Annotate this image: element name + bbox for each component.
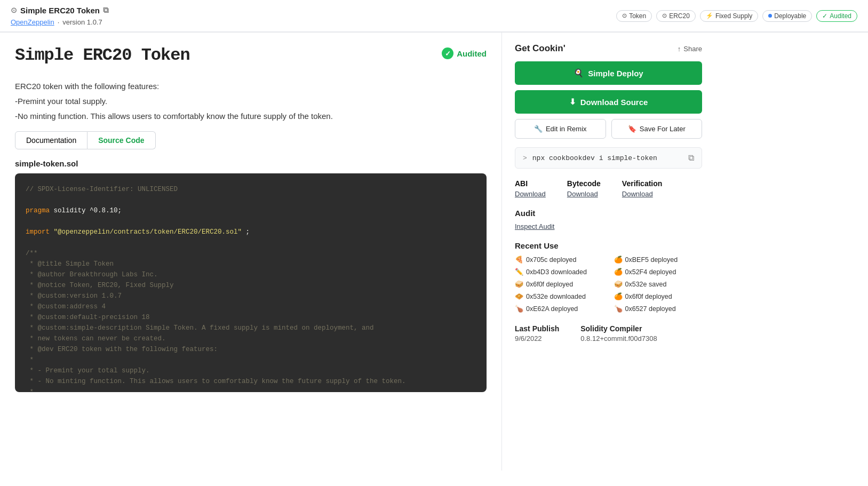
share-icon: ↑	[678, 45, 681, 53]
copy-title-icon[interactable]: ⧉	[103, 5, 109, 15]
main-layout: Simple ERC20 Token ✓ Audited ERC20 token…	[0, 33, 868, 471]
code-import-path: "@openzeppelin/contracts/token/ERC20/ERC…	[54, 228, 242, 236]
abi-col: ABI Download	[515, 179, 546, 198]
recent-use-text: 0x532e downloaded	[526, 293, 586, 300]
recent-use-emoji-icon: 🥪	[515, 280, 523, 288]
nav-tag-deployable[interactable]: Deployable	[762, 10, 812, 22]
tab-documentation[interactable]: Documentation	[15, 131, 87, 149]
recent-use-text: 0x6527 deployed	[625, 305, 676, 313]
audited-check-icon: ✓	[822, 12, 827, 20]
deploy-icon: 🍳	[574, 68, 584, 78]
code-precision: * @custom:default-precision 18	[26, 314, 150, 321]
recent-use-text: 0x6f0f deployed	[625, 293, 672, 300]
code-notice: * @notice Token, ERC20, Fixed Supply	[26, 282, 174, 289]
recent-use-text: 0xE62A deployed	[526, 305, 578, 313]
verification-download-link[interactable]: Download	[622, 190, 662, 198]
remix-icon: 🔧	[534, 125, 543, 133]
audit-section-title: Audit	[515, 209, 702, 218]
code-jsdoc-start: /**	[26, 250, 38, 257]
install-box: > npx cookbookdev i simple-token ⧉	[515, 147, 702, 169]
page-main-title: Simple ERC20 Token	[15, 45, 190, 65]
recent-use-item: 🥪0x532e saved	[614, 279, 703, 289]
last-publish-title: Last Publish	[515, 324, 559, 333]
code-dev: * @dev ERC20 token with the following fe…	[26, 346, 218, 353]
solidity-compiler-value: 0.8.12+commit.f00d7308	[580, 334, 657, 342]
recent-use-text: 0x52F4 deployed	[625, 268, 676, 276]
recent-use-item: 🍗0xE62A deployed	[515, 304, 603, 314]
top-nav: ⊙ Simple ERC20 Token ⧉ OpenZeppelin · ve…	[0, 0, 868, 32]
bytecode-title: Bytecode	[567, 179, 601, 188]
recent-use-section: Recent Use 🍕0x705c deployed🍊0xBEF5 deplo…	[515, 241, 702, 314]
bytecode-download-link[interactable]: Download	[567, 190, 601, 198]
download-source-button[interactable]: ⬇ Download Source	[515, 90, 702, 114]
tab-source-code[interactable]: Source Code	[87, 131, 155, 149]
deployable-dot-icon	[768, 14, 772, 18]
copy-install-button[interactable]: ⧉	[688, 153, 694, 163]
hero-description: ERC20 token with the following features:…	[15, 80, 487, 123]
install-command: npx cookbookdev i simple-token	[532, 154, 683, 162]
erc20-icon: ⊙	[662, 12, 667, 19]
recent-use-item: ✏️0xb4D3 downloaded	[515, 267, 603, 277]
recent-use-emoji-icon: 🍊	[614, 256, 623, 264]
solidity-compiler-title: Solidity Compiler	[580, 324, 657, 333]
token-icon: ⊙	[622, 12, 627, 19]
nav-title-text: Simple ERC20 Token	[20, 6, 100, 15]
edit-in-remix-button[interactable]: 🔧 Edit in Remix	[515, 119, 606, 139]
last-publish-value: 9/6/2022	[515, 334, 559, 342]
code-block: // SPDX-License-Identifier: UNLICENSED p…	[15, 173, 487, 392]
code-version: * @custom:version 1.0.7	[26, 292, 122, 300]
nav-tag-audited[interactable]: ✓ Audited	[816, 10, 857, 22]
action-row: 🔧 Edit in Remix 🔖 Save For Later	[515, 119, 702, 139]
recent-use-grid: 🍕0x705c deployed🍊0xBEF5 deployed✏️0xb4D3…	[515, 254, 702, 314]
code-author: * @author Breakthrough Labs Inc.	[26, 271, 158, 278]
description-line2: -Premint your total supply.	[15, 95, 487, 108]
download-icon: ⬇	[569, 97, 576, 107]
save-for-later-button[interactable]: 🔖 Save For Later	[611, 119, 703, 139]
oz-link[interactable]: OpenZeppelin	[11, 18, 54, 26]
code-import-semi: ;	[246, 228, 250, 236]
download-row: ABI Download Bytecode Download Verificat…	[515, 179, 702, 198]
recent-use-emoji-icon: 🧇	[515, 292, 523, 300]
get-cookin-header: Get Cookin' ↑ Share	[515, 43, 702, 54]
nav-tag-erc20[interactable]: ⊙ ERC20	[656, 10, 696, 22]
save-later-label: Save For Later	[640, 125, 686, 133]
file-label: simple-token.sol	[15, 159, 487, 168]
abi-download-link[interactable]: Download	[515, 190, 546, 198]
share-label: Share	[683, 45, 702, 53]
simple-deploy-button[interactable]: 🍳 Simple Deploy	[515, 61, 702, 85]
recent-use-item: 🧇0x532e downloaded	[515, 291, 603, 301]
abi-title: ABI	[515, 179, 546, 188]
edit-remix-label: Edit in Remix	[546, 125, 587, 133]
recent-use-text: 0xb4D3 downloaded	[526, 268, 587, 276]
nav-tags: ⊙ Token ⊙ ERC20 ⚡ Fixed Supply Deployabl…	[616, 10, 857, 22]
tag-audited-label: Audited	[830, 12, 851, 20]
nav-left: ⊙ Simple ERC20 Token ⧉ OpenZeppelin · ve…	[11, 5, 109, 26]
recent-use-emoji-icon: 🥪	[614, 280, 623, 288]
nav-tag-fixed-supply[interactable]: ⚡ Fixed Supply	[700, 10, 758, 22]
description-line3: -No minting function. This allows users …	[15, 110, 487, 123]
last-publish-col: Last Publish 9/6/2022	[515, 324, 559, 342]
recent-use-text: 0x532e saved	[625, 281, 667, 288]
nav-title: ⊙ Simple ERC20 Token ⧉	[11, 5, 109, 15]
audit-section: Audit Inspect Audit	[515, 209, 702, 230]
recent-use-emoji-icon: 🍗	[614, 305, 623, 313]
inspect-audit-link[interactable]: Inspect Audit	[515, 222, 554, 230]
share-button[interactable]: ↑ Share	[678, 45, 702, 53]
recent-use-emoji-icon: 🍗	[515, 305, 523, 313]
get-cookin-title: Get Cookin'	[515, 43, 566, 54]
code-pragma-kw: pragma	[26, 207, 50, 214]
version-separator: ·	[58, 18, 60, 26]
nav-tag-token[interactable]: ⊙ Token	[616, 10, 652, 22]
code-title: * @title Simple Token	[26, 260, 114, 268]
recent-use-title: Recent Use	[515, 241, 702, 250]
recent-use-item: 🍕0x705c deployed	[515, 254, 603, 265]
install-prompt: >	[523, 154, 527, 162]
code-address: * @custom:address 4	[26, 303, 106, 310]
tag-deployable-label: Deployable	[774, 12, 806, 20]
recent-use-emoji-icon: ✏️	[515, 268, 523, 276]
sub-nav: OpenZeppelin · version 1.0.7	[11, 18, 109, 26]
code-pragma-rest: solidity ^0.8.10;	[54, 207, 122, 214]
code-new-tokens: * new tokens can never be created.	[26, 335, 166, 342]
tag-erc20-label: ERC20	[669, 12, 690, 20]
simple-deploy-label: Simple Deploy	[588, 69, 643, 78]
